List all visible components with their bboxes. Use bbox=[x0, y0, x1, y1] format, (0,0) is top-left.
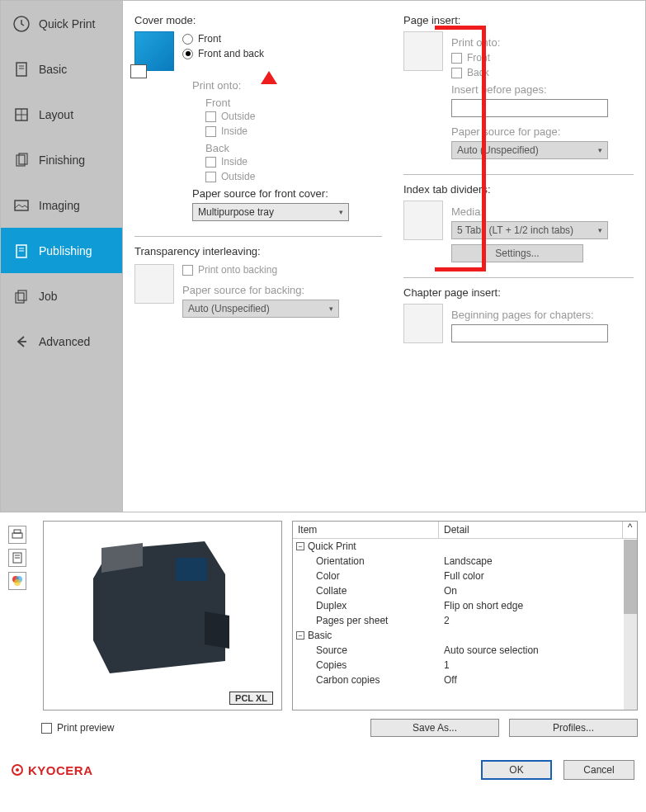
preview-color-icon[interactable] bbox=[8, 572, 26, 590]
sidebar-item-label: Job bbox=[39, 290, 58, 303]
transparency-title: Transparency interleaving: bbox=[134, 245, 382, 257]
sidebar-item-layout[interactable]: Layout bbox=[1, 92, 122, 137]
page-icon bbox=[12, 60, 31, 78]
svg-rect-16 bbox=[12, 533, 22, 538]
sidebar-item-label: Basic bbox=[39, 63, 67, 76]
pages-icon bbox=[12, 151, 31, 169]
sidebar-item-label: Finishing bbox=[39, 153, 85, 167]
paper-source-backing-select: Auto (Unspecified) ▾ bbox=[182, 300, 339, 318]
sidebar-item-basic[interactable]: Basic bbox=[1, 46, 122, 92]
chevron-down-icon: ▾ bbox=[598, 226, 602, 234]
pcl-badge: PCL XL bbox=[229, 692, 273, 705]
settings-button: Settings... bbox=[451, 244, 583, 262]
transparency-icon bbox=[134, 264, 174, 304]
paper-source-backing-label: Paper source for backing: bbox=[182, 284, 339, 296]
save-as-button[interactable]: Save As... bbox=[370, 719, 499, 737]
beginning-pages-input bbox=[451, 324, 608, 342]
page-insert-print-onto-label: Print onto: bbox=[451, 36, 608, 49]
sidebar-item-quickprint[interactable]: Quick Print bbox=[1, 1, 122, 46]
chevron-down-icon: ▾ bbox=[329, 304, 333, 313]
checkbox-inside-front[interactable]: Inside bbox=[205, 125, 382, 137]
table-row: SourceAuto source selection bbox=[293, 643, 637, 658]
table-row: Pages per sheet2 bbox=[293, 613, 637, 628]
sidebar-item-publishing[interactable]: Publishing bbox=[1, 228, 122, 273]
cover-mode-icon[interactable] bbox=[134, 31, 174, 71]
detail-header-detail[interactable]: Detail bbox=[439, 522, 622, 538]
scrollbar[interactable] bbox=[624, 540, 637, 710]
chevron-down-icon: ▾ bbox=[339, 208, 343, 216]
printer-preview: PCL XL bbox=[43, 521, 282, 710]
brand-logo: KYOCERA bbox=[12, 763, 93, 777]
sidebar-item-label: Layout bbox=[39, 108, 73, 121]
index-tab-title: Index tab dividers: bbox=[403, 183, 634, 196]
chapter-icon bbox=[403, 304, 443, 343]
profiles-button[interactable]: Profiles... bbox=[509, 719, 638, 737]
paper-source-front-cover-label: Paper source for front cover: bbox=[192, 187, 382, 200]
cancel-button[interactable]: Cancel bbox=[563, 760, 634, 780]
table-row: CollateOn bbox=[293, 583, 637, 598]
sidebar-item-label: Quick Print bbox=[39, 17, 95, 31]
checkbox-insert-front: Front bbox=[451, 52, 608, 64]
sidebar-item-label: Advanced bbox=[39, 335, 90, 348]
radio-front-label: Front bbox=[198, 33, 221, 45]
checkbox-outside-front[interactable]: Outside bbox=[205, 111, 382, 122]
radio-frontback-label: Front and back bbox=[198, 48, 264, 59]
svg-rect-1 bbox=[17, 63, 26, 76]
svg-rect-14 bbox=[18, 290, 26, 300]
checkbox-print-backing[interactable]: Print onto backing bbox=[182, 264, 339, 276]
checkbox-insert-back: Back bbox=[451, 67, 608, 78]
checkbox-print-preview[interactable]: Print preview bbox=[41, 722, 114, 734]
table-row: Carbon copiesOff bbox=[293, 673, 637, 687]
paper-source-front-cover-select[interactable]: Multipurpose tray ▾ bbox=[192, 203, 349, 221]
ok-button[interactable]: OK bbox=[481, 760, 552, 780]
print-onto-label: Print onto: bbox=[192, 79, 382, 92]
radio-front[interactable]: Front bbox=[182, 33, 264, 45]
page-insert-title: Page insert: bbox=[403, 14, 634, 26]
kyocera-icon bbox=[12, 764, 23, 776]
table-row: OrientationLandscape bbox=[293, 554, 637, 569]
section-expander-quickprint[interactable]: − Quick Print bbox=[293, 539, 637, 554]
stack-icon bbox=[12, 287, 31, 305]
sidebar-item-finishing[interactable]: Finishing bbox=[1, 137, 122, 182]
radio-front-and-back[interactable]: Front and back bbox=[182, 48, 264, 59]
checkbox-outside-back[interactable]: Outside bbox=[205, 171, 382, 182]
table-row: Copies1 bbox=[293, 658, 637, 673]
checkbox-inside-back[interactable]: Inside bbox=[205, 156, 382, 168]
chapter-insert-title: Chapter page insert: bbox=[403, 286, 634, 299]
grid-icon bbox=[12, 106, 31, 124]
svg-rect-17 bbox=[14, 530, 21, 533]
front-sub-label: Front bbox=[205, 97, 382, 109]
sidebar: Quick Print Basic Layout Finishing Imagi… bbox=[1, 1, 123, 512]
insert-before-pages-input bbox=[451, 99, 608, 117]
sidebar-item-label: Publishing bbox=[39, 244, 92, 257]
media-label: Media: bbox=[451, 205, 608, 218]
beginning-pages-label: Beginning pages for chapters: bbox=[451, 309, 608, 321]
preview-mode-icons bbox=[8, 521, 33, 710]
table-row: ColorFull color bbox=[293, 569, 637, 583]
insert-before-pages-label: Insert before pages: bbox=[451, 83, 608, 96]
svg-rect-25 bbox=[176, 558, 207, 581]
page-insert-icon bbox=[403, 31, 443, 71]
detail-header-item[interactable]: Item bbox=[293, 522, 439, 538]
index-tab-icon bbox=[403, 201, 443, 240]
table-row: DuplexFlip on short edge bbox=[293, 598, 637, 613]
svg-point-23 bbox=[14, 579, 21, 586]
preview-page-icon[interactable] bbox=[8, 549, 26, 567]
paper-source-page-select: Auto (Unspecified) ▾ bbox=[451, 141, 608, 159]
section-expander-basic[interactable]: − Basic bbox=[293, 628, 637, 643]
back-sub-label: Back bbox=[205, 142, 382, 154]
sidebar-item-advanced[interactable]: Advanced bbox=[1, 319, 122, 364]
media-select: 5 Tabs (LT + 1/2 inch tabs) ▾ bbox=[451, 221, 608, 239]
cover-mode-title: Cover mode: bbox=[134, 14, 382, 26]
scroll-up-icon[interactable]: ^ bbox=[622, 522, 637, 538]
sidebar-item-imaging[interactable]: Imaging bbox=[1, 182, 122, 228]
preview-printer-icon[interactable] bbox=[8, 526, 26, 544]
sidebar-item-job[interactable]: Job bbox=[1, 273, 122, 319]
book-icon bbox=[12, 242, 31, 260]
detail-table: Item Detail ^ − Quick Print OrientationL… bbox=[292, 521, 638, 710]
svg-marker-27 bbox=[205, 611, 229, 649]
svg-rect-13 bbox=[16, 293, 24, 303]
arrow-left-icon bbox=[12, 333, 31, 351]
clock-icon bbox=[12, 15, 31, 33]
svg-rect-9 bbox=[15, 201, 28, 210]
